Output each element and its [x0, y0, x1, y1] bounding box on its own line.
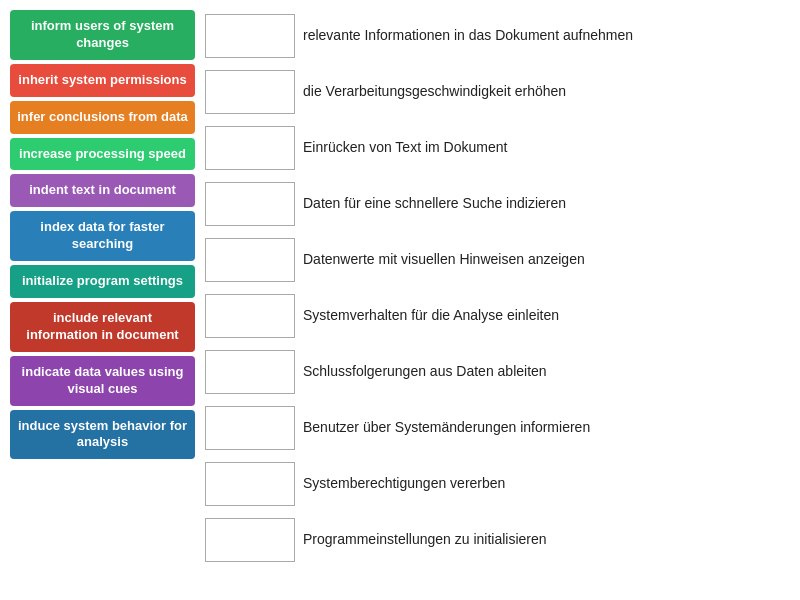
- drop-box-m1[interactable]: [205, 14, 295, 58]
- match-text-m1: relevante Informationen in das Dokument …: [303, 26, 633, 46]
- term-btn-t5[interactable]: indent text in document: [10, 174, 195, 207]
- main-container: inform users of system changesinherit sy…: [10, 10, 790, 566]
- drop-box-m2[interactable]: [205, 70, 295, 114]
- drop-box-m5[interactable]: [205, 238, 295, 282]
- term-btn-t6[interactable]: index data for faster searching: [10, 211, 195, 261]
- term-btn-t7[interactable]: initialize program settings: [10, 265, 195, 298]
- term-btn-t8[interactable]: include relevant information in document: [10, 302, 195, 352]
- match-row-m9: Systemberechtigungen vererben: [205, 458, 790, 510]
- term-btn-t3[interactable]: infer conclusions from data: [10, 101, 195, 134]
- drop-box-m6[interactable]: [205, 294, 295, 338]
- match-text-m2: die Verarbeitungsgeschwindigkeit erhöhen: [303, 82, 566, 102]
- term-btn-t9[interactable]: indicate data values using visual cues: [10, 356, 195, 406]
- match-row-m3: Einrücken von Text im Dokument: [205, 122, 790, 174]
- terms-column: inform users of system changesinherit sy…: [10, 10, 195, 459]
- match-text-m7: Schlussfolgerungen aus Daten ableiten: [303, 362, 547, 382]
- drop-box-m9[interactable]: [205, 462, 295, 506]
- match-text-m3: Einrücken von Text im Dokument: [303, 138, 507, 158]
- term-btn-t1[interactable]: inform users of system changes: [10, 10, 195, 60]
- term-btn-t4[interactable]: increase processing speed: [10, 138, 195, 171]
- match-row-m8: Benutzer über Systemänderungen informier…: [205, 402, 790, 454]
- match-text-m4: Daten für eine schnellere Suche indizier…: [303, 194, 566, 214]
- drop-box-m7[interactable]: [205, 350, 295, 394]
- match-text-m10: Programmeinstellungen zu initialisieren: [303, 530, 547, 550]
- drop-box-m8[interactable]: [205, 406, 295, 450]
- match-text-m5: Datenwerte mit visuellen Hinweisen anzei…: [303, 250, 585, 270]
- drop-box-m3[interactable]: [205, 126, 295, 170]
- term-btn-t2[interactable]: inherit system permissions: [10, 64, 195, 97]
- match-row-m7: Schlussfolgerungen aus Daten ableiten: [205, 346, 790, 398]
- match-row-m6: Systemverhalten für die Analyse einleite…: [205, 290, 790, 342]
- match-row-m5: Datenwerte mit visuellen Hinweisen anzei…: [205, 234, 790, 286]
- matches-column: relevante Informationen in das Dokument …: [205, 10, 790, 566]
- term-btn-t10[interactable]: induce system behavior for analysis: [10, 410, 195, 460]
- match-text-m9: Systemberechtigungen vererben: [303, 474, 505, 494]
- drop-box-m10[interactable]: [205, 518, 295, 562]
- match-text-m6: Systemverhalten für die Analyse einleite…: [303, 306, 559, 326]
- drop-box-m4[interactable]: [205, 182, 295, 226]
- match-text-m8: Benutzer über Systemänderungen informier…: [303, 418, 590, 438]
- match-row-m2: die Verarbeitungsgeschwindigkeit erhöhen: [205, 66, 790, 118]
- match-row-m4: Daten für eine schnellere Suche indizier…: [205, 178, 790, 230]
- match-row-m10: Programmeinstellungen zu initialisieren: [205, 514, 790, 566]
- match-row-m1: relevante Informationen in das Dokument …: [205, 10, 790, 62]
